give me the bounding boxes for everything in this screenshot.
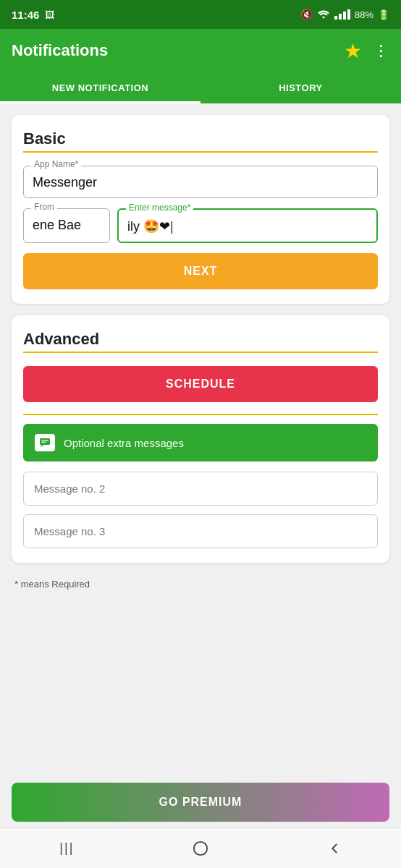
- optional-banner: Optional extra messages: [23, 424, 378, 461]
- message-3-input[interactable]: [23, 514, 378, 548]
- app-name-label: App Name*: [31, 159, 81, 169]
- status-right: 🔇 88% 🔋: [300, 9, 389, 21]
- svg-marker-3: [41, 445, 44, 447]
- advanced-divider-2: [23, 414, 378, 415]
- home-button[interactable]: [179, 834, 222, 863]
- app-title: Notifications: [12, 41, 108, 60]
- basic-title: Basic: [23, 129, 378, 148]
- required-note: * means Required: [12, 574, 389, 594]
- chat-icon: [35, 434, 55, 451]
- advanced-divider: [23, 352, 378, 353]
- advanced-card: Advanced SCHEDULE Optional extra message…: [12, 315, 389, 563]
- tab-new-notification[interactable]: NEW NOTIFICATION: [0, 72, 200, 103]
- svg-point-4: [194, 841, 207, 854]
- advanced-title: Advanced: [23, 330, 378, 349]
- next-button[interactable]: NEXT: [23, 253, 378, 289]
- status-bar: 11:46 🖼 🔇 88% 🔋: [0, 0, 401, 29]
- back-button[interactable]: [313, 834, 356, 863]
- message-label: Enter message*: [126, 203, 193, 213]
- tab-history[interactable]: HISTORY: [200, 72, 401, 103]
- more-options-icon[interactable]: ⋮: [373, 42, 389, 59]
- from-value: ene Bae: [33, 216, 101, 233]
- recent-apps-button[interactable]: |||: [45, 834, 88, 863]
- battery-icon: 🔋: [378, 9, 389, 20]
- tab-bar: NEW NOTIFICATION HISTORY: [0, 72, 401, 103]
- premium-button[interactable]: GO PREMIUM: [12, 783, 389, 822]
- app-name-field[interactable]: App Name* Messenger: [23, 166, 378, 198]
- status-time: 11:46: [12, 9, 39, 21]
- signal-icon: [334, 9, 350, 20]
- main-content: Basic App Name* Messenger From ene Bae E…: [0, 103, 401, 783]
- app-name-group: App Name* Messenger: [23, 166, 378, 198]
- message-2-input[interactable]: [23, 472, 378, 506]
- nav-bar: |||: [0, 827, 401, 868]
- mute-icon: 🔇: [300, 9, 313, 20]
- wifi-icon: [317, 9, 330, 21]
- svg-rect-0: [40, 438, 50, 445]
- basic-divider: [23, 151, 378, 153]
- battery-level: 88%: [355, 9, 373, 20]
- optional-banner-text: Optional extra messages: [64, 437, 184, 449]
- app-bar: Notifications ★ ⋮: [0, 29, 401, 72]
- message-field[interactable]: Enter message* ily 🤩❤: [117, 208, 378, 243]
- schedule-button[interactable]: SCHEDULE: [23, 366, 378, 402]
- from-message-row: From ene Bae Enter message* ily 🤩❤: [23, 208, 378, 243]
- from-label: From: [31, 202, 57, 212]
- from-field[interactable]: From ene Bae: [23, 208, 110, 243]
- app-name-value: Messenger: [33, 174, 368, 190]
- message-value: ily 🤩❤: [127, 217, 368, 234]
- star-icon[interactable]: ★: [344, 39, 362, 63]
- gallery-icon: 🖼: [45, 9, 54, 20]
- basic-card: Basic App Name* Messenger From ene Bae E…: [12, 115, 389, 304]
